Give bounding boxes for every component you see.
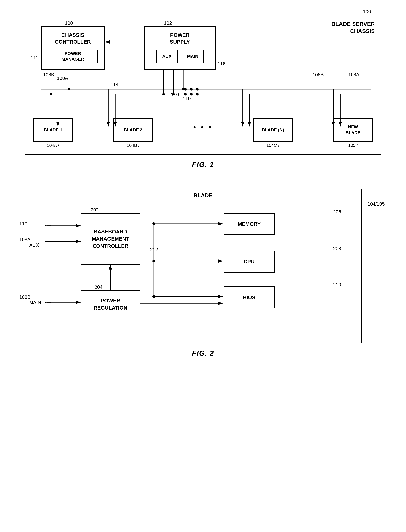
power-manager-label: POWERMANAGER xyxy=(62,51,84,62)
page-container: 106 BLADE SERVERCHASSIS CHASSISCONTROLLE… xyxy=(12,8,394,357)
cpu-box: CPU xyxy=(224,251,275,273)
svg-point-38 xyxy=(152,222,155,225)
fig1-diagram: 106 BLADE SERVERCHASSIS CHASSISCONTROLLE… xyxy=(25,16,381,155)
blade2-box: BLADE 2 xyxy=(113,118,153,142)
svg-point-7 xyxy=(190,88,193,91)
new-blade-item: NEWBLADE 105 / xyxy=(333,118,373,148)
memory-label: MEMORY xyxy=(238,221,261,227)
new-blade-ref: 105 / xyxy=(348,143,358,148)
svg-point-16 xyxy=(162,93,165,95)
blades-row: BLADE 1 104A / BLADE 2 104B / • • • BLAD… xyxy=(33,118,373,148)
ref-108a-label: 108A xyxy=(19,237,30,242)
ref-110-1: 110 xyxy=(171,92,179,97)
svg-point-6 xyxy=(184,93,187,95)
ref-110-label: 110 xyxy=(19,221,27,226)
svg-point-14 xyxy=(68,88,70,90)
fig2-diagram: BLADE 104/105 BASEBOARDMANAGEMENTCONTROL… xyxy=(44,189,362,343)
main-box: MAIN xyxy=(182,50,204,63)
svg-point-10 xyxy=(196,93,199,95)
power-reg-label: POWERREGULATION xyxy=(94,297,127,312)
ref-210: 210 xyxy=(333,282,341,288)
bladeN-box: BLADE (N) xyxy=(253,118,293,142)
bios-label: BIOS xyxy=(243,294,256,300)
power-manager-box: POWERMANAGER xyxy=(48,50,98,63)
ref-108a-left: 108A xyxy=(57,75,68,81)
ref-110-2: 110 xyxy=(183,96,191,101)
ref-100: 100 xyxy=(65,20,73,26)
ref-114: 114 xyxy=(111,82,118,87)
ref-106: 106 xyxy=(363,9,371,15)
ref-202: 202 xyxy=(91,207,99,213)
ref-102: 102 xyxy=(164,20,172,26)
svg-point-5 xyxy=(184,88,187,91)
new-blade-box: NEWBLADE xyxy=(333,118,373,142)
svg-point-8 xyxy=(190,93,193,95)
blade2-item: BLADE 2 104B / xyxy=(113,118,153,148)
svg-point-40 xyxy=(152,295,155,298)
blade1-item: BLADE 1 104A / xyxy=(33,118,73,148)
aux-main-container: AUX MAIN xyxy=(149,50,211,63)
svg-point-39 xyxy=(152,260,155,262)
ref-108a-right: 108A xyxy=(348,72,359,78)
ref-208: 208 xyxy=(333,246,341,251)
aux-box: AUX xyxy=(156,50,178,63)
main-label: MAIN xyxy=(29,300,41,306)
ref-204: 204 xyxy=(95,284,103,290)
svg-point-20 xyxy=(182,88,184,90)
bios-box: BIOS xyxy=(224,286,275,308)
ellipsis-dots: • • • xyxy=(193,123,213,131)
ref-112: 112 xyxy=(31,55,39,61)
power-supply-box: POWERSUPPLY AUX MAIN xyxy=(144,26,216,70)
blade2-ref: 104B / xyxy=(127,143,139,148)
blade1-ref: 104A / xyxy=(47,143,59,148)
blade-server-chassis-label: BLADE SERVERCHASSIS xyxy=(332,20,375,35)
ref-206: 206 xyxy=(333,209,341,215)
blade1-box: BLADE 1 xyxy=(33,118,73,142)
bladeN-item: BLADE (N) 104C / xyxy=(253,118,293,148)
fig1-container: 106 BLADE SERVERCHASSIS CHASSISCONTROLLE… xyxy=(12,8,394,169)
dots-item: • • • xyxy=(193,123,213,131)
ref-108b-left: 108B xyxy=(43,72,54,78)
bmc-box: BASEBOARDMANAGEMENTCONTROLLER xyxy=(81,213,140,265)
ref-108b-right: 108B xyxy=(313,72,324,78)
cpu-label: CPU xyxy=(244,259,255,265)
aux-label: AUX xyxy=(29,242,39,248)
ref-104-105: 104/105 xyxy=(368,201,385,207)
fig2-container: BLADE 104/105 BASEBOARDMANAGEMENTCONTROL… xyxy=(12,181,394,357)
chassis-controller-label: CHASSISCONTROLLER xyxy=(42,32,104,45)
power-supply-label: POWERSUPPLY xyxy=(145,32,215,45)
chassis-controller-box: CHASSISCONTROLLER POWERMANAGER xyxy=(41,26,105,70)
ref-116: 116 xyxy=(218,61,225,67)
svg-point-12 xyxy=(50,93,52,95)
ref-108b-label: 108B xyxy=(19,294,30,300)
fig1-caption: FIG. 1 xyxy=(192,160,214,169)
blade-title: BLADE xyxy=(45,192,361,199)
fig2-caption: FIG. 2 xyxy=(192,349,214,357)
svg-point-9 xyxy=(196,88,199,91)
power-reg-box: POWERREGULATION xyxy=(81,290,140,318)
memory-box: MEMORY xyxy=(224,213,275,235)
bmc-label: BASEBOARDMANAGEMENTCONTROLLER xyxy=(92,228,129,249)
ref-212: 212 xyxy=(150,247,158,252)
bladeN-ref: 104C / xyxy=(267,143,279,148)
